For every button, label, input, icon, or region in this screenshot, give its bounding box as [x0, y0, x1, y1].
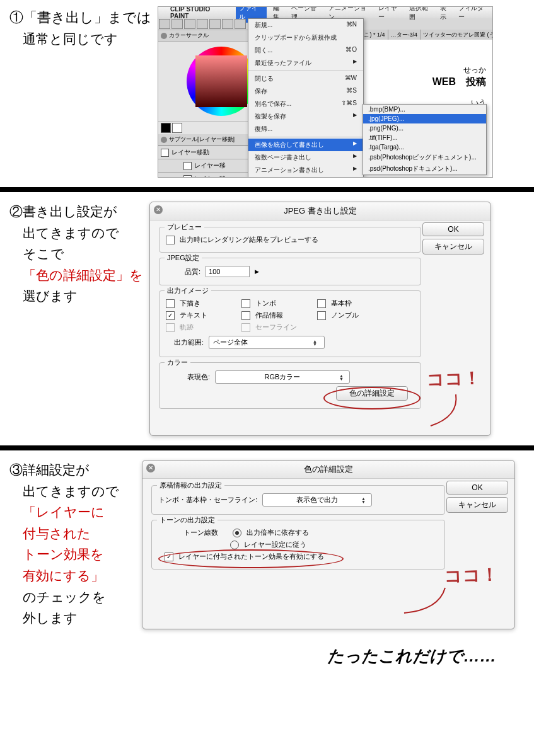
output-checkbox[interactable] — [317, 299, 326, 308]
output-checkbox[interactable] — [241, 299, 250, 308]
subtool-item[interactable]: レイヤー移 — [194, 161, 226, 170]
checkbox-label: テキスト — [180, 311, 236, 320]
output-legend: 出力イメージ — [165, 286, 211, 295]
submenu-item[interactable]: .psd(Photoshopドキュメント)... — [363, 163, 486, 175]
radio-layer-setting[interactable] — [230, 541, 239, 549]
caption-line: 外します — [9, 608, 136, 629]
bg-swatch[interactable] — [172, 123, 182, 133]
menu-item[interactable]: 最近使ったファイル — [248, 57, 363, 69]
clip-studio-window: CLIP STUDIO PAINT ファイル 編集 ページ管理 アニメーション … — [158, 6, 493, 178]
expr-label: 表現色: — [178, 372, 210, 382]
spinner-icon[interactable]: ▲▼ — [313, 340, 320, 346]
checkbox-label: 基本枠 — [331, 299, 388, 308]
close-icon[interactable]: ✕ — [146, 464, 155, 472]
menu-item[interactable]: 開く...⌘O — [248, 44, 363, 57]
caption-line: 出てきますので — [9, 223, 143, 244]
output-checkbox[interactable] — [166, 299, 175, 308]
menu-item[interactable]: クリップボードから新規作成 — [248, 32, 363, 44]
spinner-icon[interactable]: ▲▼ — [339, 374, 347, 381]
toolbar-icon[interactable] — [171, 19, 183, 29]
export-submenu[interactable]: .bmp(BMP)....jpg(JPEG)....png(PNG)....ti… — [363, 104, 487, 175]
play-icon[interactable]: ▶ — [255, 268, 259, 275]
caption-line: ③詳細設定が — [9, 460, 136, 481]
cancel-button[interactable]: キャンセル — [422, 239, 484, 255]
submenu-item[interactable]: .tif(TIFF)... — [363, 133, 486, 142]
toolbar-icon[interactable] — [235, 19, 246, 29]
tombo-label: トンボ・基本枠・セーフライン: — [158, 495, 257, 505]
step1-num: ①「書き出し」までは — [9, 9, 151, 25]
range-value: ページ全体 — [213, 338, 248, 347]
menu-select[interactable]: 選択範囲 — [409, 6, 434, 21]
menu-view[interactable]: 表示 — [440, 6, 453, 21]
color-mode-select[interactable]: RGBカラー▲▼ — [215, 370, 350, 384]
toolbar-icon[interactable] — [222, 19, 233, 29]
color-wheel[interactable] — [187, 47, 256, 116]
menu-item[interactable]: 画像を統合して書き出し — [248, 139, 363, 151]
menu-layer[interactable]: レイヤー — [378, 6, 403, 21]
dialog-title: JPEG 書き出し設定 — [284, 206, 357, 215]
footer-text: たったこれだけで…… — [0, 636, 534, 683]
subtool-item[interactable]: レイヤー移 — [194, 175, 226, 178]
menu-filter[interactable]: フィルター — [458, 6, 489, 21]
jpeg-legend: JPEG設定 — [165, 253, 202, 263]
submenu-item[interactable]: .tga(Targa)... — [363, 142, 486, 152]
eye-icon[interactable] — [183, 175, 192, 178]
submenu-item[interactable]: .jpg(JPEG)... — [363, 114, 486, 123]
eye-icon[interactable] — [161, 149, 169, 157]
close-icon[interactable]: ✕ — [154, 205, 163, 214]
toolbar-icon[interactable] — [197, 19, 208, 29]
menu-item[interactable]: アニメーション書き出し — [248, 164, 363, 176]
fg-swatch[interactable] — [161, 123, 171, 133]
output-range-select[interactable]: ページ全体▲▼ — [209, 336, 325, 349]
checkbox-label: 軌跡 — [180, 323, 236, 332]
toolbar-icon[interactable] — [184, 19, 195, 29]
checkbox-label: 作品情報 — [255, 311, 312, 320]
radio-depend-ratio[interactable] — [233, 529, 241, 537]
menu-item[interactable]: 閉じる⌘W — [248, 72, 363, 85]
toolbar-icon[interactable] — [159, 19, 170, 29]
ok-button[interactable]: OK — [422, 222, 484, 236]
cancel-button[interactable]: キャンセル — [446, 497, 508, 513]
output-checkbox[interactable] — [241, 311, 250, 320]
submenu-item[interactable]: .psb(Photoshopビッグドキュメント)... — [363, 152, 486, 163]
checkbox-label: 下描き — [180, 299, 236, 308]
checkbox-label: ノンブル — [331, 311, 388, 320]
mac-menubar[interactable]: CLIP STUDIO PAINT ファイル 編集 ページ管理 アニメーション … — [158, 7, 492, 18]
menu-item[interactable]: 保存⌘S — [248, 85, 363, 98]
caption-line: 「レイヤーに — [9, 502, 136, 524]
menu-item[interactable]: 新規...⌘N — [248, 19, 363, 32]
ok-button[interactable]: OK — [446, 481, 508, 495]
menu-item[interactable]: 復帰... — [248, 123, 363, 135]
eye-icon[interactable] — [183, 162, 192, 170]
tombo-value: 表示色で出力 — [296, 495, 338, 505]
app-name: CLIP STUDIO PAINT — [170, 6, 229, 20]
checkbox-label: トンボ — [255, 299, 312, 308]
tab[interactable]: ツイッターのモアレ回避 (うんこ) * 1/4 — [421, 30, 492, 40]
spinner-icon[interactable]: ▲▼ — [361, 497, 369, 503]
submenu-item[interactable]: .png(PNG)... — [363, 123, 486, 133]
tombo-select[interactable]: 表示色で出力▲▼ — [262, 493, 372, 507]
menu-item[interactable]: 複数ページ書き出し — [248, 151, 363, 164]
caption-line: 選びます — [9, 286, 143, 307]
caption-line: 出てきますので — [9, 481, 136, 503]
output-checkbox — [166, 323, 175, 332]
output-checkbox[interactable] — [166, 311, 175, 320]
quality-input[interactable]: 100 — [206, 266, 250, 277]
canvas-text: せっか — [463, 66, 486, 74]
tone-legend: トーンの出力設定 — [157, 515, 218, 525]
annotation-circle — [158, 549, 344, 568]
subtool-item[interactable]: レイヤー移動 — [171, 148, 209, 157]
menu-item[interactable]: 別名で保存...⇧⌘S — [248, 98, 363, 110]
toolbar-icon[interactable] — [209, 19, 221, 29]
file-menu-dropdown[interactable]: 新規...⌘Nクリップボードから新規作成開く...⌘O最近使ったファイル閉じる⌘… — [248, 18, 364, 178]
tab[interactable]: …ター-3/4 — [388, 30, 421, 40]
subtool-title: サブツール[レイヤー移動] — [169, 135, 235, 144]
menu-item[interactable]: 複製を保存 — [248, 110, 363, 123]
preview-checkbox[interactable] — [166, 236, 175, 244]
submenu-item[interactable]: .bmp(BMP)... — [363, 105, 486, 114]
close-icon[interactable] — [161, 33, 167, 39]
close-icon[interactable] — [161, 137, 167, 143]
output-checkbox[interactable] — [317, 311, 326, 320]
annotation-arrow — [424, 391, 468, 429]
step1-line2: 通常と同じです — [9, 32, 118, 47]
